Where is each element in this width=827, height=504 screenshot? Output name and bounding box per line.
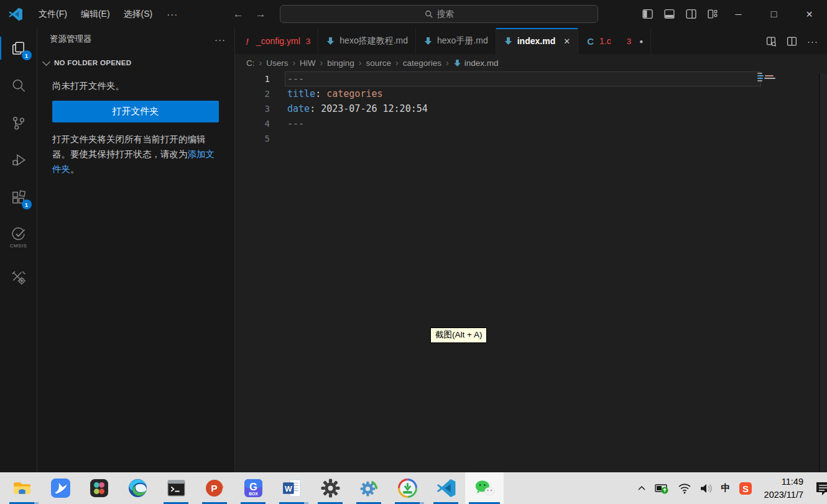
code-token: 2023-07-26 12:20:54 bbox=[321, 103, 428, 114]
tab-1-c[interactable]: C 1.c 3 ● bbox=[578, 28, 651, 54]
sogou-input-icon[interactable]: S bbox=[739, 482, 752, 495]
system-tray: 中 S 11:49 2023/11/7 bbox=[637, 472, 827, 504]
code-line: 1 --- bbox=[235, 71, 827, 86]
c-file-icon: C bbox=[586, 36, 595, 47]
activitybar-search[interactable] bbox=[0, 70, 37, 101]
taskbar-file-explorer[interactable] bbox=[2, 472, 41, 504]
menu-selection[interactable]: 选择(S) bbox=[117, 6, 160, 23]
file-explorer-icon bbox=[12, 478, 32, 498]
minimap[interactable] bbox=[757, 73, 778, 83]
sogou-letter: S bbox=[742, 483, 749, 493]
code-token: date bbox=[287, 103, 310, 114]
line-number: 3 bbox=[235, 101, 270, 116]
taskbar-idm[interactable] bbox=[388, 472, 427, 504]
wechat-icon bbox=[474, 478, 495, 498]
menu-more-button[interactable]: ··· bbox=[159, 6, 185, 22]
search-icon bbox=[425, 10, 433, 19]
code-token: title bbox=[287, 88, 315, 99]
powerpoint-icon: P bbox=[205, 478, 225, 498]
activitybar-run-debug[interactable] bbox=[0, 145, 37, 175]
taskbar-davinci-resolve[interactable] bbox=[80, 472, 118, 504]
close-button[interactable]: ✕ bbox=[792, 0, 827, 28]
crumb-binging[interactable]: binging bbox=[327, 58, 354, 68]
open-preview-icon[interactable] bbox=[766, 36, 777, 47]
taskbar-settings[interactable] bbox=[311, 472, 349, 504]
crumb-separator: › bbox=[259, 58, 262, 68]
open-folder-button[interactable]: 打开文件夹 bbox=[52, 101, 219, 122]
run-debug-icon bbox=[11, 152, 27, 168]
taskbar-gbox[interactable]: G BOX bbox=[234, 472, 272, 504]
tray-security-battery-icon[interactable] bbox=[655, 482, 670, 495]
tab-close-icon[interactable]: ✕ bbox=[563, 37, 570, 46]
forward-arrow-icon[interactable]: → bbox=[252, 8, 269, 21]
toggle-secondary-sidebar-icon[interactable] bbox=[686, 9, 696, 19]
menu-file[interactable]: 文件(F) bbox=[32, 6, 74, 23]
tray-volume-icon[interactable] bbox=[700, 483, 713, 494]
taskbar-vscode[interactable] bbox=[427, 472, 465, 504]
tab-hexo-manual-md[interactable]: hexo手册.md bbox=[416, 28, 496, 54]
more-actions-icon[interactable]: ··· bbox=[807, 36, 818, 47]
tab-error-count: 3 bbox=[306, 37, 311, 46]
crumb-categories[interactable]: categories bbox=[403, 58, 441, 68]
word-letter: W bbox=[284, 485, 292, 493]
back-arrow-icon[interactable]: ← bbox=[230, 8, 246, 21]
tab-label: _config.yml bbox=[256, 36, 300, 46]
code-line: 2 title: categories bbox=[235, 86, 827, 101]
customize-layout-icon[interactable] bbox=[708, 9, 718, 19]
code-editor[interactable]: 1 --- 2 title: categories 3 date: 2023-0… bbox=[235, 71, 827, 472]
code-token: categories bbox=[326, 88, 382, 99]
idm-icon bbox=[397, 478, 418, 498]
menu-edit[interactable]: 编辑(E) bbox=[74, 6, 117, 23]
modified-dot-icon[interactable]: ● bbox=[639, 38, 643, 45]
crumb-file[interactable]: index.md bbox=[453, 58, 499, 68]
ime-indicator[interactable]: 中 bbox=[721, 482, 731, 494]
tab-index-md-active[interactable]: index.md ✕ bbox=[496, 28, 578, 54]
markdown-icon bbox=[326, 37, 335, 45]
taskbar-wechat-active[interactable] bbox=[465, 472, 504, 504]
taskbar-powerpoint[interactable]: P bbox=[195, 472, 234, 504]
titlebar: 文件(F) 编辑(E) 选择(S) ··· ← → 搜索 ─ bbox=[0, 0, 827, 28]
tab-config-yml[interactable]: ! _config.yml 3 bbox=[235, 28, 318, 54]
thunder-icon bbox=[50, 478, 71, 498]
taskbar-terminal[interactable] bbox=[157, 472, 195, 504]
activitybar-explorer[interactable]: 1 bbox=[0, 33, 37, 63]
taskbar-word[interactable]: W bbox=[272, 472, 311, 504]
cmsis-label: CMSIS bbox=[10, 243, 27, 249]
taskbar-driver-manager[interactable] bbox=[349, 472, 388, 504]
sidebar-more-actions[interactable]: ··· bbox=[215, 34, 226, 45]
activitybar-source-control[interactable] bbox=[0, 108, 37, 138]
crumb-hiw[interactable]: HiW bbox=[300, 58, 316, 68]
line-number: 5 bbox=[235, 131, 270, 146]
toggle-sidebar-icon[interactable] bbox=[642, 9, 653, 19]
crumb-users[interactable]: Users bbox=[266, 58, 288, 68]
yaml-warning-icon: ! bbox=[243, 36, 252, 47]
tray-wifi-icon[interactable] bbox=[678, 483, 691, 494]
crumb-drive[interactable]: C: bbox=[246, 58, 255, 68]
taskbar-edge[interactable] bbox=[118, 472, 157, 504]
minimize-button[interactable]: ─ bbox=[721, 0, 756, 28]
activitybar-extensions[interactable]: 1 bbox=[0, 182, 37, 213]
driver-manager-icon bbox=[359, 478, 379, 498]
tray-time: 11:49 bbox=[764, 475, 803, 488]
tray-clock[interactable]: 11:49 2023/11/7 bbox=[764, 475, 803, 501]
tab-hexo-tutorial-md[interactable]: hexo搭建教程.md bbox=[318, 28, 416, 54]
windows-taskbar: P G BOX W bbox=[0, 472, 827, 504]
section-no-folder-opened[interactable]: NO FOLDER OPENED bbox=[37, 55, 234, 70]
maximize-button[interactable]: □ bbox=[756, 0, 792, 28]
activitybar-embedded-tools[interactable] bbox=[0, 262, 37, 293]
search-placeholder: 搜索 bbox=[437, 9, 454, 20]
tray-chevron-up-icon[interactable] bbox=[637, 483, 647, 493]
code-token: --- bbox=[287, 73, 304, 85]
markdown-icon bbox=[453, 59, 461, 67]
notification-center-icon[interactable] bbox=[815, 480, 827, 497]
toggle-panel-icon[interactable] bbox=[664, 9, 675, 19]
code-line: 3 date: 2023-07-26 12:20:54 bbox=[235, 101, 827, 116]
tab-label: index.md bbox=[517, 36, 555, 46]
activitybar-cmsis[interactable]: CMSIS bbox=[0, 219, 37, 255]
background-window-edge bbox=[819, 73, 827, 472]
taskbar-thunder[interactable] bbox=[41, 472, 80, 504]
command-center-search[interactable]: 搜索 bbox=[280, 5, 598, 23]
split-editor-icon[interactable] bbox=[787, 36, 797, 47]
no-folder-text: 尚未打开文件夹。 bbox=[52, 80, 219, 92]
crumb-source[interactable]: source bbox=[366, 58, 392, 68]
